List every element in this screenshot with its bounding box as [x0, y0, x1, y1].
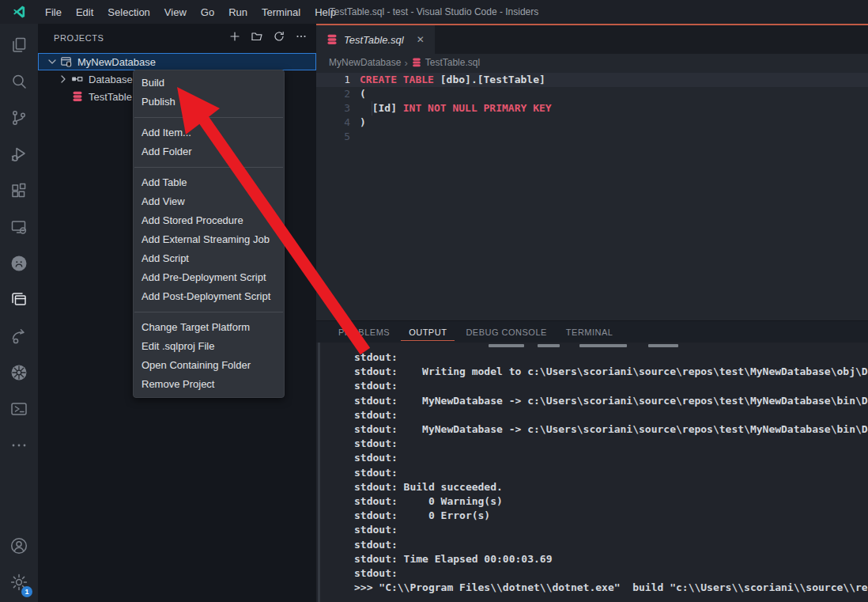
refresh-button[interactable] — [270, 29, 288, 47]
line-number: 5 — [316, 130, 360, 144]
context-item-add-external-streaming-job[interactable]: Add External Streaming Job — [134, 230, 284, 249]
remote-explorer-icon — [9, 218, 28, 240]
menu-item-help[interactable]: Help — [308, 3, 343, 21]
title-bar: FileEditSelectionViewGoRunTerminalHelp T… — [0, 0, 868, 24]
live-share-icon — [9, 327, 28, 349]
code-line[interactable]: 1CREATE TABLE [dbo].[TestTable] — [316, 73, 868, 87]
chevron-right-icon[interactable] — [57, 73, 70, 85]
context-item-build[interactable]: Build — [134, 74, 284, 93]
line-content: ) — [360, 115, 366, 130]
panel-tab-terminal[interactable]: TERMINAL — [558, 324, 621, 340]
tab-close-icon[interactable]: ✕ — [414, 32, 427, 47]
tree-item-label: MyNewDatabase — [77, 56, 156, 68]
code-token: ) — [360, 116, 366, 128]
activity-item-kubernetes[interactable] — [0, 356, 38, 392]
output-line: stdout: MyNewDatabase -> c:\Users\scoria… — [354, 422, 868, 437]
activity-item-run-debug[interactable] — [0, 138, 38, 174]
panel-tab-output[interactable]: OUTPUT — [401, 324, 455, 341]
output-line: stdout: Build succeeded. — [354, 480, 868, 494]
context-menu-separator — [134, 167, 283, 168]
activity-item-settings[interactable]: 1 — [0, 566, 38, 602]
code-line[interactable]: 4) — [316, 115, 868, 130]
code-line[interactable]: 2( — [316, 87, 868, 101]
editor-tab-bar: TestTable.sql ✕ — [316, 25, 868, 54]
output-log: stdout:stdout: Writing model to c:\Users… — [316, 350, 868, 602]
add-project-button[interactable] — [226, 29, 243, 47]
menu-item-edit[interactable]: Edit — [69, 3, 100, 21]
github-icon — [9, 254, 28, 276]
breadcrumb: MyNewDatabase › TestTable.sql — [316, 54, 868, 71]
activity-item-account[interactable] — [0, 529, 38, 566]
context-menu-separator — [134, 117, 283, 118]
activity-item-more-views[interactable] — [0, 429, 38, 465]
editor-group: TestTable.sql ✕ MyNewDatabase › TestTabl… — [316, 24, 868, 320]
code-token: ( — [360, 88, 366, 100]
breadcrumb-project[interactable]: MyNewDatabase — [329, 57, 401, 68]
code-line[interactable]: 3 [Id] INT NOT NULL PRIMARY KEY — [316, 101, 868, 115]
context-item-add-item[interactable]: Add Item... — [134, 123, 284, 142]
project-icon — [60, 55, 73, 68]
output-panel[interactable]: stdout:stdout: Writing model to c:\Users… — [316, 343, 868, 602]
context-item-remove-project[interactable]: Remove Project — [134, 375, 284, 394]
activity-item-live-share[interactable] — [0, 320, 38, 356]
panel-tab-debug-console[interactable]: DEBUG CONSOLE — [458, 324, 554, 340]
menu-item-file[interactable]: File — [38, 3, 69, 21]
settings-badge: 1 — [21, 586, 32, 597]
output-line: stdout: — [354, 523, 868, 537]
chevron-down-icon[interactable] — [46, 55, 58, 68]
code-line[interactable]: 5 — [316, 130, 868, 144]
database-file-icon — [411, 57, 422, 68]
context-item-add-view[interactable]: Add View — [134, 192, 284, 211]
tab-label: TestTable.sql — [344, 34, 404, 46]
menu-item-go[interactable]: Go — [194, 3, 221, 21]
context-menu-separator — [134, 312, 283, 312]
sidebar-title: PROJECTS — [54, 33, 104, 43]
code-token: [dbo].[TestTable] — [440, 74, 545, 85]
activity-item-database-projects[interactable] — [0, 283, 38, 320]
context-item-publish[interactable]: Publish — [134, 93, 284, 112]
line-content: [Id] INT NOT NULL PRIMARY KEY — [360, 101, 552, 115]
code-token: [Id] — [360, 102, 403, 114]
menu-item-run[interactable]: Run — [221, 3, 255, 21]
output-line: stdout: — [354, 350, 868, 365]
activity-bar: 1 — [0, 24, 38, 602]
panel-tab-problems[interactable]: PROBLEMS — [330, 324, 398, 340]
menu-item-terminal[interactable]: Terminal — [255, 3, 308, 21]
context-item-add-folder[interactable]: Add Folder — [134, 142, 284, 161]
open-project-button[interactable] — [248, 29, 266, 47]
more-views-icon — [9, 436, 28, 458]
context-item-add-table[interactable]: Add Table — [134, 173, 284, 192]
context-item-add-post-deployment-script[interactable]: Add Post-Deployment Script — [134, 287, 284, 306]
activity-item-powershell[interactable] — [0, 392, 38, 429]
activity-item-remote-explorer[interactable] — [0, 210, 38, 247]
context-item-add-stored-procedure[interactable]: Add Stored Procedure — [134, 211, 284, 230]
context-item-change-target-platform[interactable]: Change Target Platform — [134, 318, 284, 337]
ellipsis-icon — [295, 30, 308, 46]
activity-item-source-control[interactable] — [0, 101, 38, 138]
activity-item-search[interactable] — [0, 65, 38, 101]
breadcrumb-file[interactable]: TestTable.sql — [425, 57, 480, 68]
context-item-open-containing-folder[interactable]: Open Containing Folder — [134, 356, 284, 375]
tab-testtable-sql[interactable]: TestTable.sql ✕ — [316, 25, 435, 54]
code-editor[interactable]: 1CREATE TABLE [dbo].[TestTable]2(3 [Id] … — [316, 71, 868, 320]
reference-icon — [71, 73, 84, 85]
output-line: stdout: — [354, 538, 868, 552]
more-actions-button[interactable] — [292, 29, 310, 47]
activity-item-extensions[interactable] — [0, 174, 38, 210]
output-line: stdout: — [354, 379, 868, 393]
database-file-icon — [326, 33, 338, 46]
menu-item-selection[interactable]: Selection — [100, 3, 157, 21]
context-item-add-script[interactable]: Add Script — [134, 249, 284, 268]
panel-tab-bar: PROBLEMSOUTPUTDEBUG CONSOLETERMINAL — [316, 321, 868, 343]
activity-item-explorer[interactable] — [0, 28, 38, 65]
open-folder-icon — [251, 30, 263, 46]
kubernetes-icon — [9, 363, 28, 385]
context-item-add-pre-deployment-script[interactable]: Add Pre-Deployment Script — [134, 268, 284, 287]
output-line: >>> "C:\\Program Files\\dotnet\\dotnet.e… — [354, 581, 868, 595]
output-line: stdout: 0 Warning(s) — [354, 494, 868, 509]
menu-item-view[interactable]: View — [157, 3, 194, 21]
run-debug-icon — [9, 145, 28, 167]
context-item-edit-sqlproj-file[interactable]: Edit .sqlproj File — [134, 337, 284, 356]
tree-item-mynewdatabase[interactable]: MyNewDatabase — [38, 53, 316, 70]
activity-item-github[interactable] — [0, 247, 38, 283]
